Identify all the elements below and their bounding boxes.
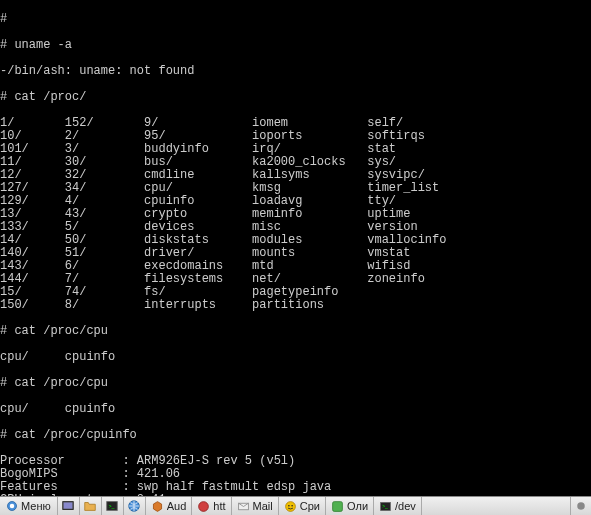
svg-point-1 xyxy=(10,504,15,509)
terminal-line: -/bin/ash: uname: not found xyxy=(0,65,591,78)
svg-point-15 xyxy=(577,502,585,510)
file-manager-button[interactable] xyxy=(80,497,102,515)
taskbar-app[interactable]: Mail xyxy=(232,497,279,515)
app-label: Cpи xyxy=(300,500,320,512)
app-label: Mail xyxy=(253,500,273,512)
globe-icon xyxy=(127,499,141,513)
terminal-launcher-button[interactable]: >_ xyxy=(102,497,124,515)
desktop-icon xyxy=(61,499,75,513)
folder-icon xyxy=(83,499,97,513)
svg-point-9 xyxy=(285,501,295,511)
proc-row: 150/ 8/ interrupts partitions xyxy=(0,299,591,312)
svg-point-10 xyxy=(288,504,290,506)
terminal-line: cpu/ cpuinfo xyxy=(0,403,591,416)
tray-icon[interactable] xyxy=(575,500,587,512)
svg-point-7 xyxy=(199,501,209,511)
proc-listing: 1/ 152/ 9/ iomem self/10/ 2/ 95/ ioports… xyxy=(0,117,591,312)
show-desktop-button[interactable] xyxy=(58,497,80,515)
terminal-line: # uname -a xyxy=(0,39,591,52)
app-icon xyxy=(331,500,344,513)
terminal-icon: >_ xyxy=(105,499,119,513)
start-menu-button[interactable]: Меню xyxy=(0,497,58,515)
taskbar-app[interactable]: Aud xyxy=(146,497,193,515)
browser-launcher-button[interactable] xyxy=(124,497,146,515)
menu-label: Меню xyxy=(21,500,51,512)
terminal-line: # cat /proc/cpuinfo xyxy=(0,429,591,442)
svg-rect-3 xyxy=(64,503,73,509)
app-label: /dev xyxy=(395,500,416,512)
svg-rect-12 xyxy=(333,501,343,511)
app-icon xyxy=(197,500,210,513)
taskbar-app[interactable]: Oли xyxy=(326,497,374,515)
svg-point-11 xyxy=(291,504,293,506)
terminal-line: # cat /proc/cpu xyxy=(0,325,591,338)
svg-text:>_: >_ xyxy=(109,503,115,509)
app-label: Aud xyxy=(167,500,187,512)
taskbar: Меню >_ Aud htt Mail Cpи Oли >_ /dev xyxy=(0,496,591,515)
svg-text:>_: >_ xyxy=(382,504,388,509)
app-label: htt xyxy=(213,500,225,512)
terminal-line: # cat /proc/ xyxy=(0,91,591,104)
terminal-line: # xyxy=(0,13,591,26)
system-tray xyxy=(570,497,591,515)
menu-icon xyxy=(6,500,18,512)
terminal-output: # # uname -a -/bin/ash: uname: not found… xyxy=(0,0,591,515)
app-icon xyxy=(284,500,297,513)
terminal-line: cpu/ cpuinfo xyxy=(0,351,591,364)
mail-icon xyxy=(237,500,250,513)
terminal-line: # cat /proc/cpu xyxy=(0,377,591,390)
taskbar-app[interactable]: >_ /dev xyxy=(374,497,422,515)
terminal-icon: >_ xyxy=(379,500,392,513)
taskbar-app[interactable]: htt xyxy=(192,497,231,515)
app-label: Oли xyxy=(347,500,368,512)
app-icon xyxy=(151,500,164,513)
taskbar-app[interactable]: Cpи xyxy=(279,497,326,515)
